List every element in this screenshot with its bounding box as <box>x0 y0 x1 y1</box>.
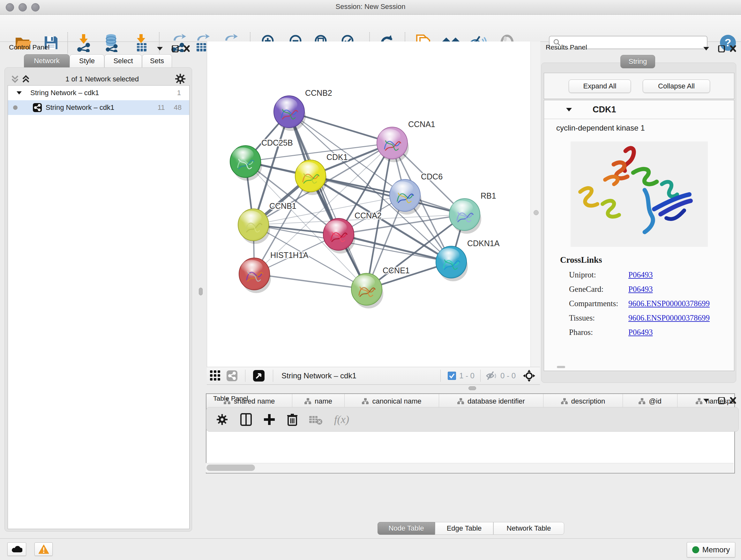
node-CDK1[interactable] <box>295 160 327 195</box>
tab-select[interactable]: Select <box>105 54 142 68</box>
control-panel-controls[interactable] <box>157 45 192 52</box>
tab-node-table[interactable]: Node Table <box>378 522 435 535</box>
cloud-icon <box>11 545 22 553</box>
network-list-share-icon[interactable] <box>226 370 238 381</box>
memory-button[interactable]: Memory <box>687 542 735 557</box>
delete-table-icon <box>309 414 323 425</box>
node-label-CCNB1: CCNB1 <box>269 201 296 210</box>
center-view-icon[interactable] <box>523 369 536 382</box>
tab-network[interactable]: Network <box>24 54 70 68</box>
column-header-label: database identifier <box>468 397 525 406</box>
column-sort-tree-icon <box>362 398 369 405</box>
node-CCNA1[interactable] <box>377 127 409 162</box>
tree-network-label: String Network – cdk1 <box>46 104 158 112</box>
crosslink-link[interactable]: 9606.ENSP00000378699 <box>628 314 710 322</box>
tab-string[interactable]: String <box>620 55 655 68</box>
crosslink-link[interactable]: P06493 <box>628 270 653 279</box>
results-panel-title: Results Panel <box>546 44 587 51</box>
crosslink-label: Tissues: <box>569 314 628 322</box>
string-network-graph[interactable]: CCNB2CCNA1CDC25BCDK1CDC6RB1CCNB1CCNA2CDK… <box>207 42 531 367</box>
tree-options-gear-icon[interactable] <box>175 73 186 84</box>
gene-description: cyclin-dependent kinase 1 <box>556 124 734 132</box>
selected-checkbox-icon[interactable] <box>448 372 456 380</box>
table-settings-gear-icon[interactable] <box>216 414 228 426</box>
node-RB1[interactable] <box>449 199 481 234</box>
table-panel-controls[interactable] <box>703 397 738 404</box>
node-CDC25B[interactable] <box>230 145 262 181</box>
node-CCNE1[interactable] <box>351 273 383 308</box>
collapse-all-button[interactable]: Collapse All <box>643 79 710 93</box>
node-label-CCNA1: CCNA1 <box>408 120 435 129</box>
card-hscroll-thumb[interactable] <box>557 366 565 368</box>
table-panel: Table Panel <box>206 393 741 538</box>
column-sort-tree-icon <box>457 398 464 405</box>
table-header-row[interactable]: shared namenamecanonical namedatabase id… <box>206 394 734 409</box>
cloud-status-button[interactable] <box>7 543 26 556</box>
edge-CCNB2-CCNE1[interactable] <box>289 112 367 289</box>
column-header-5[interactable]: @id <box>623 394 677 408</box>
node-HIST1H1A[interactable] <box>239 258 271 293</box>
protein-structure-image <box>570 141 708 247</box>
add-column-icon[interactable] <box>263 414 275 426</box>
table-hscrollbar-thumb <box>206 464 255 471</box>
bar-divider <box>273 370 273 382</box>
tab-style[interactable]: Style <box>70 54 105 68</box>
node-label-CCNB2: CCNB2 <box>305 88 332 98</box>
crosslink-label: GeneCard: <box>569 285 628 294</box>
crosslink-link[interactable]: P06493 <box>628 285 653 294</box>
column-header-4[interactable]: description <box>543 394 623 408</box>
left-splitter-handle[interactable] <box>199 288 203 295</box>
collapse-panel-icon <box>703 47 709 51</box>
network-canvas[interactable]: CCNB2CCNA1CDC25BCDK1CDC6RB1CCNB1CCNA2CDK… <box>207 42 531 367</box>
right-splitter-handle[interactable] <box>534 210 539 215</box>
expand-all-tree-icon <box>12 76 18 82</box>
crosslink-link[interactable]: 9606.ENSP00000378699 <box>628 299 710 308</box>
crosslink-link[interactable]: P06493 <box>628 328 653 337</box>
tree-collapse-controls[interactable] <box>11 75 31 84</box>
delete-column-icon[interactable] <box>287 413 298 426</box>
column-header-2[interactable]: canonical name <box>345 394 439 408</box>
tab-network-table[interactable]: Network Table <box>493 522 564 535</box>
gene-name: CDK1 <box>593 105 616 115</box>
tab-sets[interactable]: Sets <box>142 54 172 68</box>
tree-row-collection[interactable]: String Network – cdk1 1 <box>8 85 189 100</box>
grid-view-icon[interactable] <box>210 370 221 381</box>
node-label-CCNA2: CCNA2 <box>354 211 382 220</box>
network-share-icon <box>33 103 42 112</box>
column-header-1[interactable]: name <box>292 394 345 408</box>
bottom-splitter-handle[interactable] <box>468 386 476 390</box>
select-columns-icon[interactable] <box>240 413 252 426</box>
column-header-label: description <box>571 397 605 406</box>
node-CCNB2[interactable] <box>274 96 306 131</box>
function-builder-button: f(x) <box>334 414 349 426</box>
node-CDKN1A[interactable] <box>436 246 468 281</box>
results-panel: Results Panel String Expand All Collapse… <box>540 42 741 393</box>
memory-ok-dot <box>692 546 699 553</box>
gene-card: CDK1 cyclin-dependent kinase 1 <box>544 100 734 371</box>
expand-all-button[interactable]: Expand All <box>569 79 631 93</box>
crosslink-row: GeneCard:P06493 <box>569 282 734 296</box>
tree-node-count: 11 <box>158 104 165 112</box>
selected-count: 1 - 0 <box>459 371 475 380</box>
gene-card-header[interactable]: CDK1 <box>544 100 734 119</box>
birdseye-view-icon[interactable] <box>253 370 265 381</box>
edge-HIST1H1A-CCNE1[interactable] <box>254 274 367 289</box>
tree-row-network[interactable]: String Network – cdk1 11 48 <box>8 100 189 115</box>
table-hscrollbar[interactable] <box>206 463 734 473</box>
warnings-button[interactable] <box>35 543 53 556</box>
network-selection-status: 1 of 1 Network selected <box>38 75 166 83</box>
crosslink-label: Compartments: <box>569 299 628 308</box>
tab-edge-table[interactable]: Edge Table <box>435 522 493 535</box>
warning-icon <box>38 544 49 554</box>
window-title: Session: New Session <box>0 3 741 11</box>
float-panel-icon <box>719 397 724 404</box>
results-panel-controls[interactable] <box>703 45 738 52</box>
table-toolbar: f(x) <box>206 407 739 432</box>
node-table[interactable]: shared namenamecanonical namedatabase id… <box>206 393 735 474</box>
collapse-all-tree-icon <box>23 76 29 82</box>
title-bar: Session: New Session <box>0 0 741 15</box>
column-header-3[interactable]: database identifier <box>439 394 543 408</box>
control-panel-title: Control Panel <box>9 44 50 51</box>
crosslink-label: Uniprot: <box>569 270 628 279</box>
crosslinks-list: Uniprot:P06493GeneCard:P06493Compartment… <box>569 267 734 339</box>
